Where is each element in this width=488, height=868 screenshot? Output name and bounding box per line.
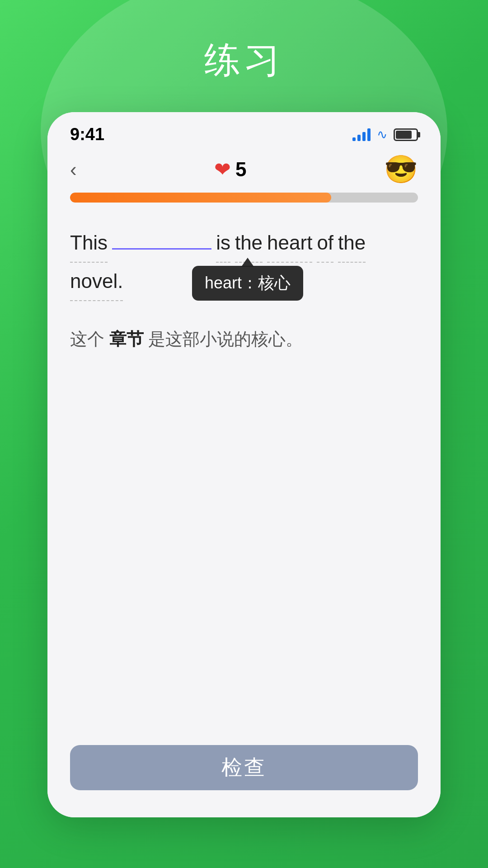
signal-icon [352, 128, 371, 141]
tooltip-box: heart：核心 [192, 266, 303, 301]
word-heart: heart [267, 226, 312, 263]
check-button[interactable]: 检查 [70, 745, 418, 790]
lives-count: 5 [235, 158, 246, 181]
tooltip-container: heart：核心 [192, 266, 303, 301]
sentence-line: This is the heart of the [70, 225, 418, 263]
translation-suffix: 是这部小说的核心。 [148, 330, 303, 349]
bottom-area: 检查 [47, 731, 441, 817]
status-time: 9:41 [70, 125, 104, 144]
word-of: of [317, 226, 333, 263]
page-title: 练习 [204, 36, 284, 85]
status-bar: 9:41 ∿ [47, 112, 441, 149]
translation-emphasis: 章节 [109, 330, 144, 349]
nav-bar: ‹ ❤ 5 😎 [47, 149, 441, 193]
progress-bar [70, 193, 418, 203]
fill-blank-input[interactable] [112, 225, 211, 250]
battery-fill [396, 131, 412, 139]
avatar: 😎 [384, 153, 418, 185]
heart-icon: ❤ [214, 158, 231, 181]
back-button[interactable]: ‹ [70, 160, 77, 179]
wifi-icon: ∿ [377, 127, 387, 142]
content-area: This is the heart of the novel. heart：核心… [47, 216, 441, 731]
progress-bar-fill [70, 193, 331, 203]
word-is: is [216, 226, 230, 263]
battery-icon [394, 128, 418, 141]
lives-area: ❤ 5 [214, 158, 246, 181]
translation-line: 这个 章节 是这部小说的核心。 [70, 324, 418, 354]
word-the2: the [338, 226, 366, 263]
word-novel: novel. [70, 264, 123, 301]
status-icons: ∿ [352, 127, 418, 142]
phone-frame: 9:41 ∿ ‹ ❤ 5 😎 This is the hea [47, 112, 441, 817]
translation-prefix: 这个 [70, 330, 104, 349]
word-this: This [70, 226, 108, 263]
word-the: the [235, 226, 263, 263]
